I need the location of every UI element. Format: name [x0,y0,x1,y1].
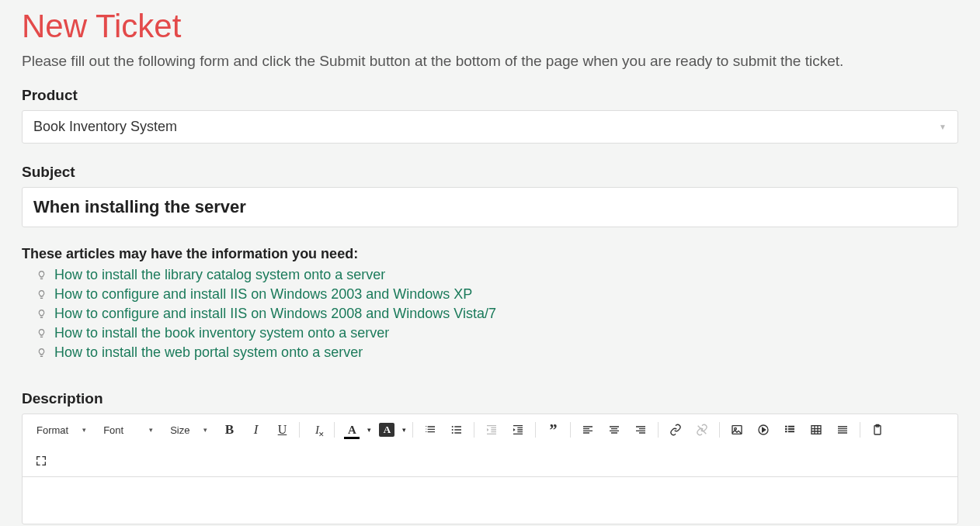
svg-point-2 [452,432,454,434]
unlink-button[interactable] [690,419,714,441]
editor-toolbar: Format ▾ Font ▾ Size ▾ B I U I✕ A ▾ A ▾ [23,414,957,477]
align-center-button[interactable] [602,419,627,441]
chevron-down-icon: ▾ [203,426,207,434]
fullscreen-button[interactable] [29,450,54,472]
suggestion-link[interactable]: How to install the web portal system ont… [54,344,363,361]
separator [334,422,335,438]
chevron-down-icon: ▾ [82,426,86,434]
align-left-button[interactable] [575,419,600,441]
embed-button[interactable] [777,419,802,441]
bulb-icon [36,289,47,299]
page-title: New Ticket [22,8,958,45]
subject-input[interactable] [22,187,958,227]
separator [412,422,413,438]
bulb-icon [36,328,47,338]
svg-rect-6 [811,426,821,434]
text-color-button[interactable]: A [339,419,364,441]
unordered-list-button[interactable] [444,419,469,441]
link-button[interactable] [663,419,688,441]
chevron-down-icon: ▼ [939,123,947,131]
underline-button[interactable]: U [269,419,294,441]
description-editor-body[interactable] [23,477,957,524]
table-button[interactable] [804,419,829,441]
size-dropdown-label: Size [170,424,189,436]
separator [474,422,474,438]
rich-text-editor: Format ▾ Font ▾ Size ▾ B I U I✕ A ▾ A ▾ [22,414,958,524]
svg-point-1 [452,429,454,431]
bulb-icon [36,348,47,358]
size-dropdown[interactable]: Size ▾ [162,421,215,439]
suggestion-link[interactable]: How to configure and install IIS on Wind… [54,306,496,322]
indent-button[interactable] [506,419,530,441]
separator [719,422,720,438]
format-dropdown-label: Format [36,424,68,436]
product-selected-value: Book Inventory System [33,119,177,135]
suggestion-link[interactable]: How to install the book inventory system… [54,325,389,341]
svg-point-4 [735,427,737,430]
suggestions-list: How to install the library catalog syste… [22,267,958,361]
intro-text: Please fill out the following form and c… [22,53,958,70]
list-item: How to configure and install IIS on Wind… [36,306,958,322]
bulb-icon [36,270,47,280]
background-color-button[interactable]: A [374,419,399,441]
text-color-dropdown[interactable]: ▾ [366,426,373,434]
chevron-down-icon: ▾ [149,426,153,434]
horizontal-rule-button[interactable] [830,419,855,441]
suggestion-link[interactable]: How to configure and install IIS on Wind… [54,286,472,303]
outdent-button[interactable] [479,419,504,441]
image-button[interactable] [725,419,749,441]
video-button[interactable] [751,419,776,441]
suggestion-link[interactable]: How to install the library catalog syste… [54,267,385,283]
bold-button[interactable]: B [217,419,242,441]
list-item: How to install the web portal system ont… [36,344,958,361]
description-label: Description [22,390,958,407]
separator [570,422,571,438]
svg-point-0 [452,426,454,427]
align-right-button[interactable] [628,419,653,441]
product-select[interactable]: Book Inventory System ▼ [22,110,958,144]
separator [299,422,300,438]
product-label: Product [22,87,958,104]
font-dropdown[interactable]: Font ▾ [96,421,161,439]
blockquote-button[interactable]: ” [540,419,565,441]
italic-button[interactable]: I [243,419,268,441]
list-item: How to configure and install IIS on Wind… [36,286,958,303]
list-item: How to install the book inventory system… [36,325,958,341]
subject-label: Subject [22,164,958,181]
suggestions-heading: These articles may have the information … [22,246,958,262]
clear-formatting-button[interactable]: I✕ [304,419,329,441]
bulb-icon [36,309,47,319]
format-dropdown[interactable]: Format ▾ [29,421,94,439]
font-dropdown-label: Font [103,424,123,436]
separator [535,422,536,438]
separator [860,422,860,438]
background-color-dropdown[interactable]: ▾ [401,426,408,434]
paste-button[interactable] [865,419,890,441]
list-item: How to install the library catalog syste… [36,267,958,283]
separator [658,422,659,438]
ordered-list-button[interactable] [418,419,443,441]
